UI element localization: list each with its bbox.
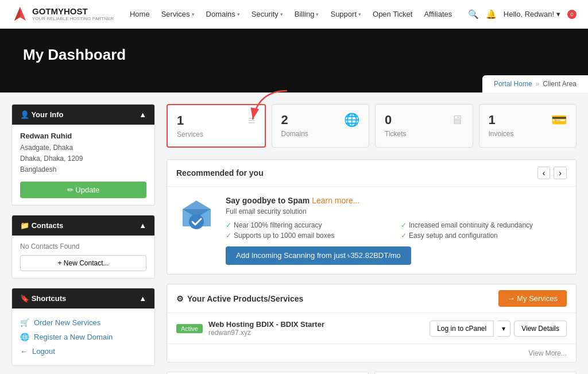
add-scanning-button[interactable]: Add Incoming Scanning from just ৳352.82B… xyxy=(226,246,411,265)
search-icon[interactable]: 🔍 xyxy=(468,9,479,20)
shortcut-logout[interactable]: ← Logout xyxy=(20,344,146,358)
stat-services-label: Services xyxy=(177,130,203,138)
collapse-shortcuts-icon: ▲ xyxy=(139,294,146,303)
stat-card-services-info: 1 Services xyxy=(177,113,203,138)
chevron-down-icon: ▾ xyxy=(358,11,361,17)
build-website-card: 🖥 Build Your Website xyxy=(374,372,577,374)
gear-icon: ⚙ xyxy=(176,294,184,303)
sidebar-your-info-header[interactable]: 👤 Your Info ▲ xyxy=(12,105,154,125)
prev-arrow-button[interactable]: ‹ xyxy=(537,167,551,179)
brand-name: GOTMYHOST xyxy=(32,6,88,16)
service-info: Active Web Hosting BDIX - BDIX Starter r… xyxy=(176,320,324,337)
update-button[interactable]: ✏ Update xyxy=(20,182,146,198)
red-arrow xyxy=(241,88,299,122)
cart-badge[interactable]: 0 xyxy=(567,10,577,19)
recommended-title: Recommended for you xyxy=(176,168,264,178)
sidebar-your-info-label: Your Info xyxy=(31,110,63,119)
sidebar-shortcuts-section: 🔖 Shortcuts ▲ 🛒 Order New Services 🌐 Reg… xyxy=(11,288,155,366)
sidebar-your-info-body: Redwan Ruhid Asadgate, Dhaka Dhaka, Dhak… xyxy=(12,125,154,205)
hero-section: My Dashboard Portal Home » Client Area xyxy=(0,29,588,92)
feature-3: ✓ Supports up to 1000 email boxes xyxy=(226,232,392,240)
learn-more-link[interactable]: Learn more... xyxy=(312,196,359,205)
globe-icon: 🌐 xyxy=(20,333,29,341)
manage-security-card: 🔒 Manage Your Security xyxy=(167,372,369,374)
bell-icon[interactable]: 🔔 xyxy=(486,9,497,20)
stat-services-number: 1 xyxy=(177,113,203,128)
spam-shield-icon xyxy=(176,196,216,236)
rec-features: ✓ Near 100% filtering accuracy ✓ Increas… xyxy=(226,221,567,240)
stat-card-invoices[interactable]: 1 Invoices 💳 xyxy=(479,104,577,148)
view-more-link[interactable]: View More... xyxy=(529,349,567,357)
nav-support[interactable]: Support ▾ xyxy=(326,6,366,22)
brand-logo[interactable]: GOTMYHOST YOUR RELIABLE HOSTING PARTNER xyxy=(11,6,114,23)
collapse-icon: ▲ xyxy=(139,110,146,119)
sidebar-contacts-body: No Contacts Found + New Contact... xyxy=(12,236,154,278)
brand-text-block: GOTMYHOST YOUR RELIABLE HOSTING PARTNER xyxy=(32,7,114,21)
nav-domains[interactable]: Domains ▾ xyxy=(202,6,245,22)
recommended-header: Recommended for you ‹ › xyxy=(167,160,576,187)
rec-subtitle: Full email security solution xyxy=(226,207,567,215)
brand-icon xyxy=(11,6,29,23)
check-icon: ✓ xyxy=(401,232,407,240)
new-contact-button[interactable]: + New Contact... xyxy=(20,255,146,271)
sidebar: 👤 Your Info ▲ Redwan Ruhid Asadgate, Dha… xyxy=(11,104,155,374)
stat-cards-wrapper: 1 Services ≡ 2 Domains 🌐 0 Tickets xyxy=(167,104,577,148)
stat-card-tickets[interactable]: 0 Tickets 🖥 xyxy=(375,104,473,148)
main-layout: 👤 Your Info ▲ Redwan Ruhid Asadgate, Dha… xyxy=(0,92,588,374)
nav-services[interactable]: Services ▾ xyxy=(157,6,199,22)
sidebar-contacts-header[interactable]: 📁 Contacts ▲ xyxy=(12,215,154,236)
address-line-3: Bangladesh xyxy=(20,164,146,175)
nav-affiliates[interactable]: Affiliates xyxy=(419,6,457,22)
shortcut-register-domain[interactable]: 🌐 Register a New Domain xyxy=(20,330,146,344)
view-more-row: View More... xyxy=(167,344,576,362)
recommended-body: Say goodbye to Spam Learn more... Full e… xyxy=(167,187,576,274)
domains-icon: 🌐 xyxy=(344,113,359,128)
stat-domains-label: Domains xyxy=(281,130,308,138)
nav-links: Home Services ▾ Domains ▾ Security ▾ Bil… xyxy=(125,6,468,22)
breadcrumb-current: Client Area xyxy=(543,80,577,88)
sidebar-your-info-section: 👤 Your Info ▲ Redwan Ruhid Asadgate, Dha… xyxy=(11,104,155,206)
bottom-sections: 🔒 Manage Your Security 🖥 Build Your Webs… xyxy=(167,372,577,374)
main-content: 1 Services ≡ 2 Domains 🌐 0 Tickets xyxy=(167,104,577,374)
check-icon: ✓ xyxy=(401,221,407,229)
recommended-section: Recommended for you ‹ › xyxy=(167,159,577,275)
active-services-title: ⚙ Your Active Products/Services xyxy=(176,294,303,303)
address-line-1: Asadgate, Dhaka xyxy=(20,142,146,153)
chevron-down-icon: ▾ xyxy=(280,11,283,17)
service-row: Active Web Hosting BDIX - BDIX Starter r… xyxy=(167,313,576,344)
sidebar-shortcuts-header[interactable]: 🔖 Shortcuts ▲ xyxy=(12,288,154,309)
view-details-button[interactable]: View Details xyxy=(514,321,567,337)
breadcrumb-separator: » xyxy=(536,80,540,88)
login-cpanel-button[interactable]: Log in to cPanel xyxy=(430,321,494,337)
next-arrow-button[interactable]: › xyxy=(554,167,567,179)
nav-open-ticket[interactable]: Open Ticket xyxy=(368,6,417,22)
nav-home[interactable]: Home xyxy=(125,6,154,22)
check-icon: ✓ xyxy=(226,221,231,229)
cart-icon: 🛒 xyxy=(20,318,29,327)
stat-card-invoices-info: 1 Invoices xyxy=(489,113,514,138)
nav-billing[interactable]: Billing ▾ xyxy=(290,6,324,22)
check-icon: ✓ xyxy=(226,232,231,240)
shortcut-domain-label: Register a New Domain xyxy=(34,333,113,341)
sidebar-your-info-icon: 👤 Your Info xyxy=(20,110,63,119)
chevron-down-icon: ▾ xyxy=(316,11,319,17)
nav-security[interactable]: Security ▾ xyxy=(247,6,288,22)
email-shield-svg xyxy=(178,198,215,235)
hello-user[interactable]: Hello, Redwan! ▾ xyxy=(504,10,560,18)
active-services-header: ⚙ Your Active Products/Services → My Ser… xyxy=(167,284,576,313)
feature-4: ✓ Easy setup and configuration xyxy=(401,232,567,240)
my-services-button[interactable]: → My Services xyxy=(498,290,567,307)
feature-1: ✓ Near 100% filtering accuracy xyxy=(226,221,392,229)
logout-icon: ← xyxy=(20,347,28,356)
sidebar-contacts-section: 📁 Contacts ▲ No Contacts Found + New Con… xyxy=(11,215,155,279)
shortcut-order-services[interactable]: 🛒 Order New Services xyxy=(20,315,146,330)
stat-tickets-number: 0 xyxy=(385,113,407,128)
service-name: Web Hosting BDIX - BDIX Starter xyxy=(208,320,324,329)
cpanel-dropdown-button[interactable]: ▾ xyxy=(497,321,510,337)
collapse-contacts-icon: ▲ xyxy=(139,221,146,230)
feature-2: ✓ Increased email continuity & redundanc… xyxy=(401,221,567,229)
address-line-2: Dhaka, Dhaka, 1209 xyxy=(20,153,146,164)
svg-marker-1 xyxy=(14,7,20,21)
breadcrumb-portal-home[interactable]: Portal Home xyxy=(494,80,532,88)
navbar: GOTMYHOST YOUR RELIABLE HOSTING PARTNER … xyxy=(0,0,588,29)
